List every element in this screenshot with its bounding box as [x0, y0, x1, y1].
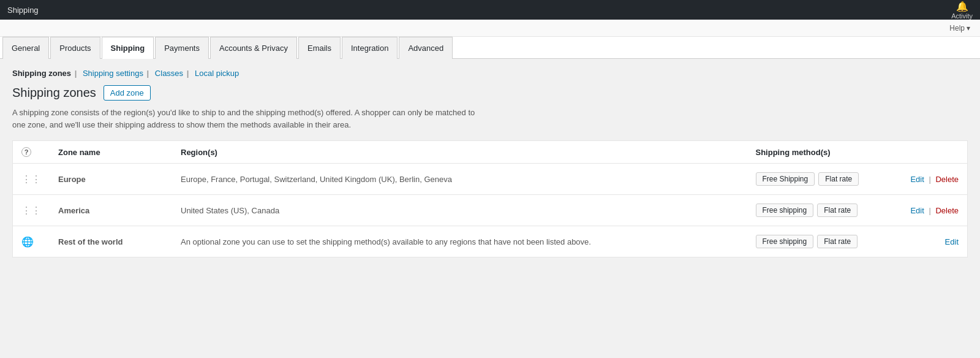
drag-handle-cell: ⋮⋮ [13, 164, 50, 195]
subnav-shipping-settings[interactable]: Shipping settings [83, 69, 143, 78]
tab-general[interactable]: General [2, 37, 49, 59]
method-badge: Flat rate [817, 204, 858, 217]
drag-handle-icon[interactable]: ⋮⋮ [21, 205, 41, 216]
zone-name-america: America [50, 195, 172, 226]
tabs-bar: General Products Shipping Payments Accou… [0, 37, 980, 59]
edit-europe-button[interactable]: Edit [910, 175, 924, 184]
th-help: ? [13, 141, 50, 164]
tab-advanced[interactable]: Advanced [399, 37, 453, 59]
edit-rest-button[interactable]: Edit [945, 237, 959, 246]
subnav-local-pickup[interactable]: Local pickup [195, 69, 239, 78]
method-badge: Free shipping [756, 235, 814, 248]
delete-america-button[interactable]: Delete [935, 206, 959, 215]
activity-icon: 🔔 [956, 1, 968, 12]
actions-europe: Edit | Delete [894, 164, 968, 195]
table-row: 🌐 Rest of the world An optional zone you… [13, 226, 968, 257]
method-badge: Free Shipping [756, 172, 815, 186]
table-row: ⋮⋮ America United States (US), Canada Fr… [13, 195, 968, 226]
activity-label: Activity [951, 12, 973, 20]
table-row: ⋮⋮ Europe Europe, France, Portugal, Swit… [13, 164, 968, 195]
region-europe: Europe, France, Portugal, Switzerland, U… [172, 164, 747, 195]
section-description: A shipping zone consists of the region(s… [12, 107, 478, 131]
globe-cell: 🌐 [13, 226, 50, 257]
methods-rest: Free shipping Flat rate [747, 226, 894, 257]
method-badge: Flat rate [817, 235, 858, 248]
method-badge: Free shipping [756, 204, 814, 217]
edit-america-button[interactable]: Edit [910, 206, 924, 215]
methods-europe: Free Shipping Flat rate [747, 164, 894, 195]
th-methods: Shipping method(s) [747, 141, 894, 164]
tab-integration[interactable]: Integration [342, 37, 398, 59]
actions-america: Edit | Delete [894, 195, 968, 226]
th-actions [894, 141, 968, 164]
section-title: Shipping zones [12, 86, 96, 100]
delete-europe-button[interactable]: Delete [935, 175, 959, 184]
help-button[interactable]: Help ▾ [949, 24, 970, 32]
tab-emails[interactable]: Emails [298, 37, 341, 59]
actions-rest: Edit [894, 226, 968, 257]
subnav-classes[interactable]: Classes [155, 69, 183, 78]
drag-handle-icon[interactable]: ⋮⋮ [21, 174, 41, 185]
activity-button[interactable]: 🔔 Activity [951, 1, 973, 20]
help-label: Help [949, 24, 965, 32]
chevron-down-icon: ▾ [967, 24, 970, 32]
th-zone-name: Zone name [50, 141, 172, 164]
globe-icon: 🌐 [21, 237, 34, 247]
page-title: Shipping [7, 6, 39, 15]
tab-shipping[interactable]: Shipping [102, 37, 154, 59]
add-zone-button[interactable]: Add zone [104, 85, 151, 101]
subnav-current: Shipping zones [12, 69, 71, 78]
region-rest: An optional zone you can use to set the … [172, 226, 747, 257]
method-badge: Flat rate [818, 172, 859, 186]
region-america: United States (US), Canada [172, 195, 747, 226]
drag-handle-cell: ⋮⋮ [13, 195, 50, 226]
sub-nav: Shipping zones | Shipping settings | Cla… [12, 69, 968, 78]
tab-payments[interactable]: Payments [155, 37, 209, 59]
tab-products[interactable]: Products [50, 37, 100, 59]
zone-name-rest: Rest of the world [50, 226, 172, 257]
methods-america: Free shipping Flat rate [747, 195, 894, 226]
th-regions: Region(s) [172, 141, 747, 164]
zone-name-europe: Europe [50, 164, 172, 195]
help-circle-icon: ? [21, 147, 31, 157]
shipping-zones-table: ? Zone name Region(s) Shipping method(s)… [12, 140, 968, 257]
tab-accounts-privacy[interactable]: Accounts & Privacy [210, 37, 297, 59]
